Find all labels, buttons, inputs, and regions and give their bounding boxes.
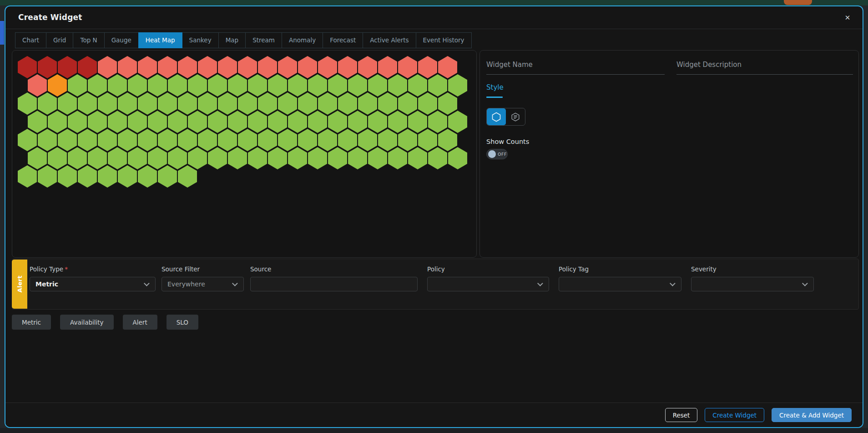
heatmap-hex[interactable] — [58, 165, 77, 188]
heatmap-hex[interactable] — [278, 56, 297, 78]
heatmap-hex[interactable] — [308, 111, 327, 133]
heatmap-hex[interactable] — [378, 56, 397, 78]
heatmap-hex[interactable] — [328, 111, 347, 133]
tab-anomaly[interactable]: Anomaly — [282, 32, 323, 48]
heatmap-hex[interactable] — [228, 74, 247, 97]
heatmap-hex[interactable] — [208, 74, 227, 97]
select-policy-type[interactable]: Metric — [30, 277, 156, 291]
heatmap-hex[interactable] — [158, 56, 177, 78]
heatmap-hex[interactable] — [258, 129, 277, 151]
heatmap-hex[interactable] — [388, 74, 407, 97]
heatmap-hex[interactable] — [428, 147, 447, 169]
heatmap-hex[interactable] — [298, 56, 317, 78]
heatmap-hex[interactable] — [318, 129, 337, 151]
heatmap-hex[interactable] — [298, 92, 317, 115]
heatmap-hex[interactable] — [178, 56, 197, 78]
heatmap-hex[interactable] — [348, 74, 367, 97]
select-severity[interactable] — [691, 277, 814, 291]
heatmap-hex[interactable] — [338, 129, 357, 151]
heatmap-hex[interactable] — [168, 111, 187, 133]
heatmap-hex[interactable] — [428, 74, 447, 97]
heatmap-hex[interactable] — [58, 92, 77, 115]
heatmap-hex[interactable] — [88, 74, 107, 97]
heatmap-hex[interactable] — [408, 111, 427, 133]
heatmap-hex[interactable] — [188, 147, 207, 169]
heatmap-hex[interactable] — [98, 92, 117, 115]
heatmap-hex[interactable] — [88, 147, 107, 169]
heatmap-hex[interactable] — [128, 111, 147, 133]
heatmap-hex[interactable] — [268, 111, 287, 133]
heatmap-hex[interactable] — [358, 56, 377, 78]
heatmap-hex[interactable] — [228, 147, 247, 169]
heatmap-hex[interactable] — [428, 111, 447, 133]
type-button-alert[interactable]: Alert — [123, 315, 157, 330]
heatmap-hex[interactable] — [58, 56, 77, 78]
heatmap-hex[interactable] — [98, 129, 117, 151]
heatmap-hex[interactable] — [258, 92, 277, 115]
heatmap-hex[interactable] — [18, 92, 37, 115]
heatmap-hex[interactable] — [48, 111, 67, 133]
widget-name-field[interactable]: Widget Name — [486, 61, 665, 75]
heatmap-hex[interactable] — [108, 111, 127, 133]
tab-style[interactable]: Style — [486, 83, 504, 98]
heatmap-hex[interactable] — [278, 129, 297, 151]
heatmap-hex[interactable] — [248, 74, 267, 97]
heatmap-hex[interactable] — [438, 129, 457, 151]
heatmap-hex[interactable] — [398, 129, 417, 151]
heatmap-hex[interactable] — [148, 147, 167, 169]
reset-button[interactable]: Reset — [665, 408, 698, 422]
heatmap-hex[interactable] — [78, 129, 97, 151]
heatmap-hex[interactable] — [158, 92, 177, 115]
heatmap-hex[interactable] — [118, 129, 137, 151]
heatmap-hex[interactable] — [238, 92, 257, 115]
heatmap-hex[interactable] — [98, 165, 117, 188]
heatmap-hex[interactable] — [318, 56, 337, 78]
heatmap-hex[interactable] — [438, 92, 457, 115]
heatmap-hex[interactable] — [48, 147, 67, 169]
select-source-filter[interactable]: Everywhere — [161, 277, 244, 291]
tab-stream[interactable]: Stream — [245, 32, 282, 48]
style-option-hexagon[interactable] — [487, 108, 506, 125]
heatmap-hex[interactable] — [118, 56, 137, 78]
heatmap-hex[interactable] — [418, 56, 437, 78]
heatmap-hex[interactable] — [298, 129, 317, 151]
heatmap-hex[interactable] — [268, 74, 287, 97]
heatmap-hex[interactable] — [258, 56, 277, 78]
heatmap-hex[interactable] — [168, 74, 187, 97]
heatmap-hex[interactable] — [328, 74, 347, 97]
heatmap-hex[interactable] — [358, 92, 377, 115]
type-button-slo[interactable]: SLO — [167, 315, 198, 330]
heatmap-hex[interactable] — [178, 165, 197, 188]
heatmap-hex[interactable] — [208, 147, 227, 169]
heatmap-hex[interactable] — [198, 129, 217, 151]
heatmap-hex[interactable] — [338, 92, 357, 115]
heatmap-hex[interactable] — [168, 147, 187, 169]
tab-map[interactable]: Map — [218, 32, 246, 48]
heatmap-hex[interactable] — [448, 147, 467, 169]
heatmap-hex[interactable] — [128, 147, 147, 169]
tab-heat-map[interactable]: Heat Map — [138, 32, 182, 48]
tab-chart[interactable]: Chart — [15, 32, 46, 48]
alert-vertical-tab[interactable]: Alert — [12, 260, 27, 309]
heatmap-hex[interactable] — [178, 92, 197, 115]
heatmap-hex[interactable] — [238, 129, 257, 151]
heatmap-hex[interactable] — [388, 111, 407, 133]
heatmap-hex[interactable] — [368, 147, 387, 169]
heatmap-hex[interactable] — [218, 56, 237, 78]
heatmap-hex[interactable] — [198, 92, 217, 115]
heatmap-hex[interactable] — [108, 74, 127, 97]
heatmap-hex[interactable] — [308, 147, 327, 169]
heatmap-hex[interactable] — [138, 56, 157, 78]
heatmap-hex[interactable] — [88, 111, 107, 133]
heatmap-hex[interactable] — [408, 147, 427, 169]
heatmap-hex[interactable] — [38, 129, 57, 151]
heatmap-hex[interactable] — [398, 92, 417, 115]
heatmap-hex[interactable] — [78, 92, 97, 115]
heatmap-hex[interactable] — [68, 147, 87, 169]
widget-description-field[interactable]: Widget Description — [676, 61, 853, 75]
widget-description-input[interactable] — [676, 74, 853, 75]
heatmap-hex[interactable] — [368, 111, 387, 133]
heatmap-hex[interactable] — [38, 165, 57, 188]
tab-active-alerts[interactable]: Active Alerts — [363, 32, 416, 48]
heatmap-hex[interactable] — [418, 129, 437, 151]
